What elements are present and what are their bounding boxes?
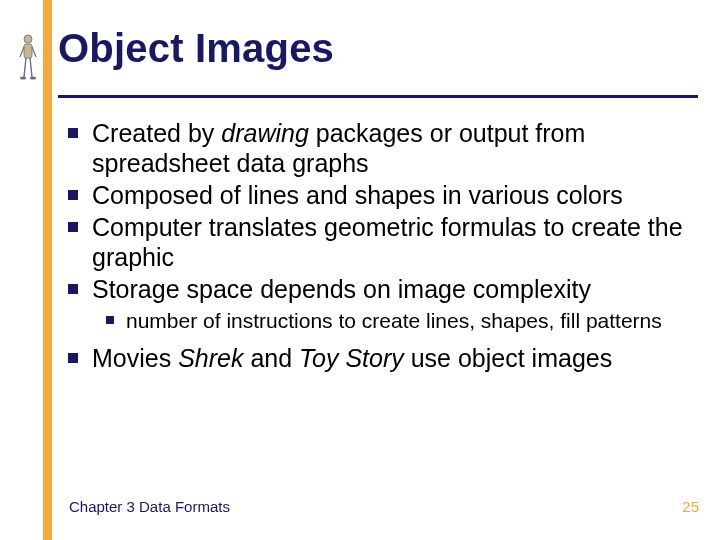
sub-bullet-item: number of instructions to create lines, …	[58, 308, 694, 333]
slide: Object Images Created by drawing package…	[0, 0, 720, 540]
accent-bar	[43, 0, 52, 540]
slide-logo-icon	[19, 33, 37, 81]
bullet-item: Created by drawing packages or output fr…	[58, 118, 694, 178]
svg-line-5	[30, 58, 32, 77]
bullet-item: Storage space depends on image complexit…	[58, 274, 694, 304]
footer-chapter: Chapter 3 Data Formats	[69, 498, 230, 515]
bullet-marker-icon	[106, 316, 114, 324]
slide-title: Object Images	[58, 26, 334, 71]
bullet-text: Storage space depends on image complexit…	[92, 274, 591, 304]
svg-line-2	[20, 47, 24, 57]
bullet-item: Composed of lines and shapes in various …	[58, 180, 694, 210]
title-underline	[58, 95, 698, 98]
bullet-text: Composed of lines and shapes in various …	[92, 180, 623, 210]
svg-rect-1	[24, 44, 32, 58]
bullet-text: Created by drawing packages or output fr…	[92, 118, 694, 178]
bullet-marker-icon	[68, 190, 78, 200]
slide-body: Created by drawing packages or output fr…	[58, 116, 694, 373]
bullet-text: Computer translates geometric formulas t…	[92, 212, 694, 272]
bullet-marker-icon	[68, 284, 78, 294]
bullet-marker-icon	[68, 353, 78, 363]
svg-point-0	[24, 35, 32, 43]
bullet-marker-icon	[68, 222, 78, 232]
svg-line-4	[24, 58, 26, 77]
bullet-text: Movies Shrek and Toy Story use object im…	[92, 343, 612, 373]
bullet-marker-icon	[68, 128, 78, 138]
svg-point-6	[20, 77, 26, 80]
bullet-item: Movies Shrek and Toy Story use object im…	[58, 343, 694, 373]
svg-point-7	[30, 77, 36, 80]
bullet-item: Computer translates geometric formulas t…	[58, 212, 694, 272]
footer-page-number: 25	[682, 498, 699, 515]
bullet-text: number of instructions to create lines, …	[126, 308, 662, 333]
svg-line-3	[32, 47, 36, 57]
